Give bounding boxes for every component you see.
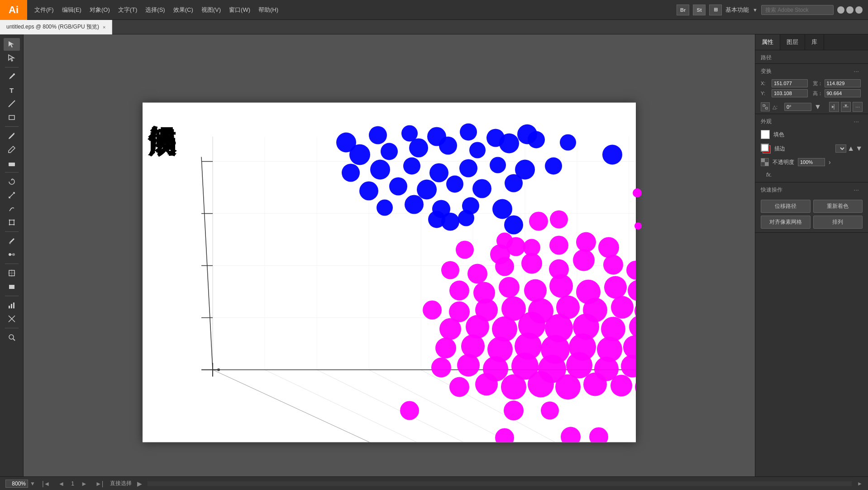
free-transform-tool[interactable]	[4, 216, 20, 229]
move-path-button[interactable]: 位移路径	[761, 200, 811, 213]
stroke-chevron-up[interactable]: ▲	[847, 144, 854, 153]
height-input[interactable]	[825, 89, 861, 97]
svg-point-51	[369, 126, 387, 144]
zoom-tool[interactable]	[4, 331, 20, 344]
stroke-dropdown[interactable]	[835, 144, 846, 153]
align-pixel-button[interactable]: 对齐像素网格	[761, 216, 811, 229]
svg-point-69	[429, 163, 448, 183]
selection-tool[interactable]	[4, 38, 20, 51]
svg-point-10	[9, 253, 11, 256]
svg-rect-3	[9, 163, 15, 166]
recolor-button[interactable]: 重新着色	[813, 200, 863, 213]
bar-chart-tool[interactable]	[4, 299, 20, 312]
angle-chevron[interactable]: ▼	[814, 103, 821, 111]
canvas-wrapper: 展汤候门	[143, 103, 636, 442]
constrain-proportions-button[interactable]	[761, 102, 770, 111]
more-transform-button[interactable]: ···	[853, 102, 863, 112]
document-tab[interactable]: untitled.eps @ 800% (RGB/GPU 预览) ×	[0, 20, 112, 34]
stroke-color-composite[interactable]	[761, 144, 771, 154]
eyedropper-tool[interactable]	[4, 235, 20, 247]
grid-icon[interactable]: ⊞	[709, 5, 722, 15]
toolbar-separator-2	[5, 126, 19, 127]
next-button[interactable]: ►	[80, 480, 89, 487]
direct-selection-tool[interactable]	[4, 52, 20, 64]
minimize-button[interactable]	[837, 6, 844, 14]
angle-label: △:	[773, 104, 782, 110]
canvas-area[interactable]: 展汤候门	[24, 34, 755, 476]
tab-layers[interactable]: 图层	[780, 34, 805, 50]
menu-window[interactable]: 窗口(W)	[225, 4, 254, 16]
transform-more-button[interactable]: ···	[850, 67, 863, 76]
svg-point-162	[504, 401, 524, 421]
tab-library[interactable]: 库	[805, 34, 824, 50]
horizontal-scrollbar[interactable]	[148, 481, 852, 486]
pen-tool[interactable]	[4, 70, 20, 83]
menu-select[interactable]: 选择(S)	[142, 4, 168, 16]
workspace-chevron[interactable]: ▼	[753, 7, 758, 13]
blend-tool[interactable]	[4, 248, 20, 261]
slice-tool[interactable]	[4, 312, 20, 325]
appearance-section: 外观 ··· 填色 描边	[755, 114, 868, 183]
menu-help[interactable]: 帮助(H)	[255, 4, 282, 16]
zoom-input[interactable]	[5, 480, 28, 488]
pencil-tool[interactable]	[4, 143, 20, 156]
opacity-row: 不透明度 ›	[755, 156, 868, 168]
menu-edit[interactable]: 编辑(E)	[58, 4, 85, 16]
warp-tool[interactable]	[4, 202, 20, 215]
x-input[interactable]	[772, 79, 808, 87]
flip-horizontal-button[interactable]	[829, 102, 839, 112]
fill-row: 填色	[755, 128, 868, 141]
window-controls	[837, 6, 863, 14]
opacity-expand-button[interactable]: ›	[829, 159, 831, 166]
prev-page-button[interactable]: |◄	[41, 480, 52, 487]
play-button[interactable]: ▶	[137, 480, 142, 487]
menu-effect[interactable]: 效果(C)	[170, 4, 197, 16]
type-tool[interactable]: T	[4, 84, 20, 96]
svg-point-113	[604, 276, 627, 299]
menu-object[interactable]: 对象(O)	[86, 4, 114, 16]
zoom-chevron[interactable]: ▼	[30, 480, 35, 487]
appearance-more-button[interactable]: ···	[850, 117, 863, 126]
svg-point-145	[457, 354, 480, 377]
svg-point-63	[528, 131, 545, 149]
maximize-button[interactable]	[846, 6, 854, 14]
opacity-icon	[761, 158, 769, 166]
scale-tool[interactable]	[4, 189, 20, 202]
opacity-input[interactable]	[798, 158, 825, 166]
scroll-right-button[interactable]: ►	[857, 480, 863, 487]
svg-point-157	[555, 375, 581, 400]
menu-text[interactable]: 文字(T)	[114, 4, 141, 16]
prev-button[interactable]: ◄	[57, 480, 66, 487]
artboard-tool[interactable]	[4, 267, 20, 279]
tab-close-button[interactable]: ×	[103, 24, 105, 30]
eraser-tool[interactable]	[4, 157, 20, 169]
flip-vertical-button[interactable]	[841, 102, 851, 112]
svg-line-21	[13, 339, 15, 341]
svg-point-97	[576, 232, 596, 252]
toolbar-separator-6	[5, 296, 19, 296]
rectangle-tool[interactable]	[4, 111, 20, 124]
close-button[interactable]	[855, 6, 863, 14]
menu-file[interactable]: 文件(F)	[31, 4, 57, 16]
menu-view[interactable]: 视图(V)	[198, 4, 224, 16]
stroke-chevron-down[interactable]: ▼	[855, 144, 863, 153]
y-input[interactable]	[772, 89, 808, 97]
svg-rect-4	[10, 220, 14, 225]
tab-properties[interactable]: 属性	[755, 34, 780, 50]
line-tool[interactable]	[4, 97, 20, 110]
stock-icon[interactable]: St	[693, 5, 706, 15]
rotate-tool[interactable]	[4, 175, 20, 188]
search-input[interactable]	[761, 5, 834, 15]
bridge-icon[interactable]: Br	[677, 5, 689, 15]
svg-point-60	[439, 137, 457, 155]
angle-input[interactable]	[784, 103, 811, 111]
quick-actions-more-button[interactable]: ···	[850, 185, 863, 194]
arrange-button[interactable]: 排列	[813, 216, 863, 229]
y-label: Y:	[761, 91, 770, 96]
next-page-button[interactable]: ►|	[94, 480, 105, 487]
fill-color-box[interactable]	[761, 130, 770, 139]
rectangle-shape-tool[interactable]	[4, 280, 20, 293]
width-label: 宽：	[813, 80, 823, 87]
width-input[interactable]	[825, 79, 861, 87]
paintbrush-tool[interactable]	[4, 130, 20, 142]
